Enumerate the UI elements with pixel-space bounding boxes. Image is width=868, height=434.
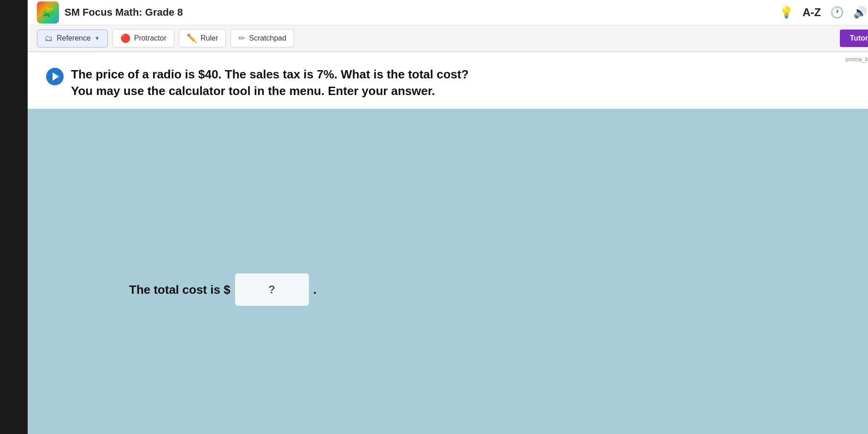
question-content: The price of a radio is $40. The sales t…: [46, 66, 868, 100]
scratchpad-button[interactable]: ✏ Scratchpad: [230, 29, 294, 48]
clock-icon[interactable]: 🕐: [830, 6, 844, 19]
protractor-icon: 🔴: [120, 33, 130, 43]
chevron-down-icon: ▼: [94, 35, 100, 42]
app-title: SM Focus Math: Grade 8: [65, 6, 183, 18]
question-text-line2: You may use the calculator tool in the m…: [71, 83, 469, 99]
answer-input[interactable]: ?: [235, 273, 309, 306]
question-area: smma_lo_0017 The price of a radio is $40…: [28, 52, 868, 109]
question-text-line1: The price of a radio is $40. The sales t…: [71, 66, 469, 83]
top-bar-right: 💡 A-Z 🕐 🔊 ⚙: [779, 6, 868, 19]
question-id: smma_lo_0017: [845, 56, 868, 63]
reference-icon: 🗂: [45, 34, 53, 43]
protractor-label: Protractor: [134, 34, 166, 42]
az-button[interactable]: A-Z: [803, 6, 821, 19]
app-logo: 🧩: [37, 1, 59, 24]
scratchpad-icon: ✏: [238, 33, 245, 43]
answer-prefix: The total cost is $: [129, 283, 230, 297]
lightbulb-icon[interactable]: 💡: [779, 6, 793, 19]
top-bar-left: 🧩 SM Focus Math: Grade 8: [37, 1, 183, 24]
left-edge: [0, 0, 28, 434]
tutorial-button[interactable]: Tutori...: [840, 30, 868, 47]
answer-suffix: .: [313, 283, 317, 297]
protractor-button[interactable]: 🔴 Protractor: [112, 29, 174, 48]
answer-area: The total cost is $ ? .: [28, 109, 868, 434]
answer-sentence: The total cost is $ ? .: [129, 273, 868, 306]
reference-label: Reference: [57, 34, 91, 42]
scratchpad-label: Scratchpad: [249, 34, 286, 42]
content-area: smma_lo_0017 The price of a radio is $40…: [28, 52, 868, 434]
answer-placeholder: ?: [268, 283, 275, 296]
reference-button[interactable]: 🗂 Reference ▼: [37, 30, 108, 48]
app-container: 🧩 SM Focus Math: Grade 8 💡 A-Z 🕐 🔊 ⚙ 🗂 R…: [28, 0, 868, 434]
ruler-icon: ✏️: [187, 33, 197, 43]
question-text: The price of a radio is $40. The sales t…: [71, 66, 469, 100]
toolbar: 🗂 Reference ▼ 🔴 Protractor ✏️ Ruler ✏ Sc…: [28, 25, 868, 52]
ruler-label: Ruler: [201, 34, 218, 42]
top-bar: 🧩 SM Focus Math: Grade 8 💡 A-Z 🕐 🔊 ⚙: [28, 0, 868, 25]
play-button[interactable]: [46, 68, 64, 85]
ruler-button[interactable]: ✏️ Ruler: [179, 29, 226, 48]
volume-icon[interactable]: 🔊: [853, 6, 867, 19]
